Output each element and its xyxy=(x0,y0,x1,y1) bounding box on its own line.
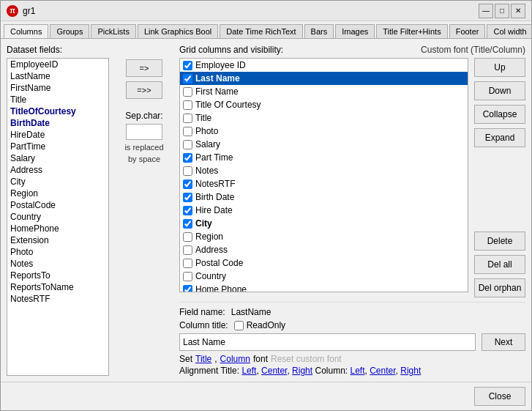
list-item[interactable]: FirstName xyxy=(7,82,108,94)
tab-images[interactable]: Images xyxy=(335,24,375,38)
tab-link-graphics-bool[interactable]: Link Graphics Bool xyxy=(138,24,218,38)
minimize-button[interactable]: — xyxy=(479,4,493,18)
middle-panel: => =>> Sep.char: is replaced by space xyxy=(115,45,173,376)
list-item[interactable]: Notes xyxy=(7,258,108,270)
col-item[interactable]: NotesRTF xyxy=(180,177,468,190)
col-checkbox[interactable] xyxy=(183,272,192,281)
list-item[interactable]: BirthDate xyxy=(7,117,108,129)
col-item[interactable]: First Name xyxy=(180,85,468,98)
tab-columns[interactable]: Columns xyxy=(4,24,48,39)
col-checkbox[interactable] xyxy=(183,114,192,123)
tab-bars[interactable]: Bars xyxy=(304,24,334,38)
col-checkbox[interactable] xyxy=(183,166,192,176)
down-button[interactable]: Down xyxy=(474,81,525,100)
title-left-link[interactable]: Left xyxy=(241,366,256,376)
col-item[interactable]: Region xyxy=(180,230,468,243)
delete-button[interactable]: Delete xyxy=(474,232,525,251)
list-item[interactable]: ReportsTo xyxy=(7,270,108,281)
list-item[interactable]: Region xyxy=(7,188,108,199)
col-item-city[interactable]: City xyxy=(180,217,468,230)
list-item[interactable]: NotesRTF xyxy=(7,293,108,305)
col-checkbox[interactable] xyxy=(183,206,192,215)
col-right-link[interactable]: Right xyxy=(400,366,421,376)
col-checkbox[interactable] xyxy=(183,259,192,268)
title-center-link[interactable]: Center xyxy=(261,366,287,376)
reset-font-link[interactable]: Reset custom font xyxy=(271,354,342,364)
move-all-button[interactable]: =>> xyxy=(126,81,162,99)
list-item[interactable]: HireDate xyxy=(7,129,108,141)
list-item[interactable]: Salary xyxy=(7,152,108,164)
column-title-input[interactable] xyxy=(179,333,476,351)
tab-date-time-richtext[interactable]: Date Time RichText xyxy=(220,24,302,38)
col-checkbox[interactable] xyxy=(183,245,192,255)
dataset-fields-list[interactable]: EmployeeID LastName FirstName Title Titl… xyxy=(7,58,109,376)
col-center-link[interactable]: Center xyxy=(370,366,395,376)
col-item[interactable]: Birth Date xyxy=(180,190,468,204)
col-checkbox[interactable] xyxy=(183,61,192,70)
list-item[interactable]: PartTime xyxy=(7,141,108,152)
col-checkbox[interactable] xyxy=(183,179,192,189)
col-item[interactable]: Title Of Courtesy xyxy=(180,98,468,111)
list-item[interactable]: EmployeeID xyxy=(7,59,108,70)
col-item[interactable]: Hire Date xyxy=(180,204,468,217)
close-window-button[interactable]: ✕ xyxy=(511,4,525,18)
col-checkbox[interactable] xyxy=(183,153,192,163)
col-item[interactable]: Address xyxy=(180,243,468,256)
sep-char-label: Sep.char: xyxy=(124,111,163,121)
list-item[interactable]: City xyxy=(7,176,108,188)
del-all-button[interactable]: Del all xyxy=(474,255,525,274)
list-item[interactable]: Country xyxy=(7,211,108,223)
next-button[interactable]: Next xyxy=(482,333,525,351)
field-info-row: Field name: LastName xyxy=(179,307,525,317)
col-left-link[interactable]: Left xyxy=(351,366,365,376)
tab-groups[interactable]: Groups xyxy=(50,24,89,38)
col-item[interactable]: Part Time xyxy=(180,151,468,164)
col-item[interactable]: Employee ID xyxy=(180,59,468,72)
list-item[interactable]: LastName xyxy=(7,70,108,82)
col-item[interactable]: Salary xyxy=(180,138,468,151)
maximize-button[interactable]: □ xyxy=(495,4,509,18)
list-item[interactable]: ReportsToName xyxy=(7,281,108,293)
col-checkbox[interactable] xyxy=(183,100,192,110)
app-icon: π xyxy=(7,5,18,17)
col-item[interactable]: Postal Code xyxy=(180,256,468,270)
up-button[interactable]: Up xyxy=(474,58,525,77)
col-item[interactable]: Title xyxy=(180,111,468,125)
columns-list[interactable]: Employee ID Last Name First Name Title O… xyxy=(179,58,468,292)
list-item[interactable]: Title xyxy=(7,94,108,105)
readonly-checkbox[interactable] xyxy=(234,321,244,330)
title-font-link[interactable]: Title xyxy=(195,354,211,364)
font-label: font xyxy=(253,354,268,364)
column-font-link[interactable]: Column xyxy=(220,354,250,364)
col-checkbox[interactable] xyxy=(183,232,192,242)
list-item[interactable]: HomePhone xyxy=(7,223,108,234)
list-item[interactable]: Extension xyxy=(7,234,108,246)
collapse-button[interactable]: Collapse xyxy=(474,105,525,124)
move-button[interactable]: => xyxy=(126,59,162,77)
tab-footer[interactable]: Footer xyxy=(449,24,486,38)
sep-char-input[interactable] xyxy=(126,124,162,140)
col-item-lastname[interactable]: Last Name xyxy=(180,72,468,85)
expand-button[interactable]: Expand xyxy=(474,128,525,147)
close-button[interactable]: Close xyxy=(474,387,525,406)
col-checkbox[interactable] xyxy=(183,219,192,229)
list-item[interactable]: Photo xyxy=(7,246,108,258)
col-checkbox[interactable] xyxy=(183,74,192,84)
col-checkbox[interactable] xyxy=(183,127,192,136)
title-right-link[interactable]: Right xyxy=(292,366,312,376)
col-checkbox[interactable] xyxy=(183,140,192,149)
col-checkbox[interactable] xyxy=(183,87,192,97)
col-checkbox[interactable] xyxy=(183,285,192,293)
tab-title-filter-hints[interactable]: Title Filter+Hints xyxy=(376,24,447,38)
col-checkbox[interactable] xyxy=(183,193,192,202)
col-item[interactable]: Home Phone xyxy=(180,283,468,292)
list-item[interactable]: PostalCode xyxy=(7,199,108,211)
del-orphan-button[interactable]: Del orphan xyxy=(474,278,525,297)
list-item[interactable]: Address xyxy=(7,164,108,176)
col-item[interactable]: Country xyxy=(180,270,468,283)
tab-col-width[interactable]: Col width xyxy=(487,24,531,38)
col-item[interactable]: Notes xyxy=(180,164,468,177)
col-item[interactable]: Photo xyxy=(180,125,468,138)
list-item[interactable]: TitleOfCourtesy xyxy=(7,105,108,117)
tab-picklists[interactable]: PickLists xyxy=(91,24,135,38)
